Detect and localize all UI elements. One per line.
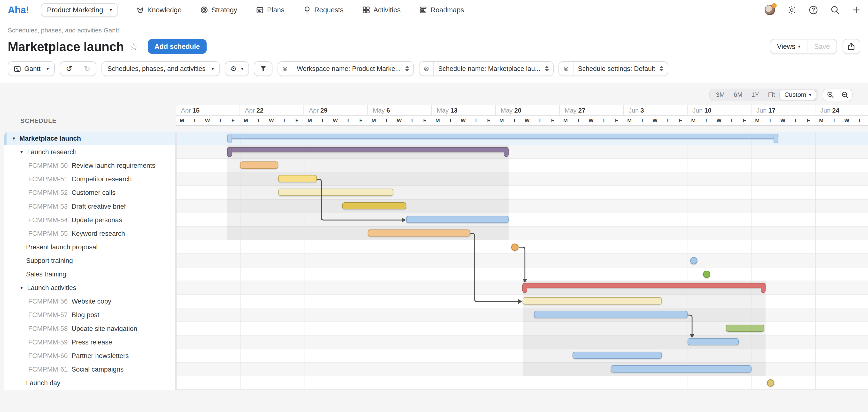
chevron-down-icon: ▾	[110, 7, 112, 12]
gantt-bar-FCMPMM-54[interactable]	[406, 216, 508, 223]
views-button[interactable]: Views▾	[770, 39, 807, 54]
gantt-bar-FCMPMM-52[interactable]	[278, 189, 393, 196]
expand-caret-icon[interactable]: ▾	[13, 136, 20, 141]
zoom-buttons	[823, 89, 852, 101]
expand-caret-icon[interactable]: ▾	[21, 149, 27, 155]
schedule-row-launch-research[interactable]: ▾Launch research	[4, 145, 175, 159]
record-label: Press release	[71, 339, 112, 346]
add-icon[interactable]	[852, 6, 860, 14]
schedule-row-sales-training[interactable]: Sales training	[4, 267, 175, 281]
view-type-button[interactable]: Gantt▾	[8, 61, 55, 76]
day-letter: T	[789, 116, 802, 124]
zoom-custom-dropdown[interactable]: Custom▾	[779, 90, 816, 100]
record-id: FCMPMM-54	[28, 216, 68, 224]
schedule-row-launch-day[interactable]: Launch day	[4, 376, 175, 390]
favorite-star-icon[interactable]: ☆	[129, 41, 138, 52]
zoom-fit-button[interactable]: Fit	[764, 91, 780, 98]
week-gridline	[432, 132, 432, 390]
nav-item-strategy[interactable]: Strategy	[200, 6, 237, 14]
milestone-sales-training[interactable]	[703, 271, 710, 278]
day-letter: M	[495, 116, 508, 124]
gantt-grid	[176, 132, 868, 390]
gantt-bar-FCMPMM-61[interactable]	[611, 365, 751, 373]
day-letter: M	[751, 116, 764, 124]
workspace-switcher[interactable]: Product Marketing ▾	[41, 3, 118, 17]
zoom-3m-button[interactable]: 3M	[712, 91, 729, 98]
gantt-bar-FCMPMM-51[interactable]	[278, 175, 316, 182]
schedule-row-FCMPMM-59[interactable]: FCMPMM-59Press release	[4, 336, 175, 349]
schedule-row-FCMPMM-52[interactable]: FCMPMM-52Customer calls	[4, 186, 175, 199]
day-letter: F	[802, 116, 815, 124]
schedule-row-FCMPMM-53[interactable]: FCMPMM-53Draft creative brief	[4, 200, 175, 213]
zoom-6m-button[interactable]: 6M	[729, 91, 747, 98]
record-label: Customer calls	[71, 189, 115, 196]
filter-button[interactable]	[254, 61, 273, 76]
timeline-zoom-controls: 3M 6M 1Y Fit Custom▾	[709, 89, 852, 101]
day-letter: T	[828, 116, 840, 124]
schedule-row-FCMPMM-60[interactable]: FCMPMM-60Partner newsletters	[4, 349, 175, 362]
gantt-bar-FCMPMM-53[interactable]	[342, 202, 406, 210]
milestone-launch-day[interactable]	[767, 379, 774, 387]
day-letter: T	[278, 116, 290, 124]
help-icon[interactable]	[809, 5, 818, 15]
lightbulb-icon	[303, 6, 311, 14]
nav-item-activities[interactable]: Activities	[362, 6, 401, 14]
record-id: FCMPMM-59	[28, 339, 68, 346]
gantt-bar-FCMPMM-60[interactable]	[572, 352, 662, 359]
schedule-row-FCMPMM-57[interactable]: FCMPMM-57Blog post	[4, 308, 175, 322]
settings-dropdown[interactable]: ⚙▾	[225, 61, 249, 76]
schedule-row-FCMPMM-61[interactable]: FCMPMM-61Social campaigns	[4, 362, 175, 376]
zoom-1y-button[interactable]: 1Y	[747, 91, 764, 98]
nav-item-plans[interactable]: Plans	[256, 6, 284, 14]
gantt-bar-launch-research[interactable]	[227, 147, 508, 152]
remove-filter-icon[interactable]: ⊗	[278, 62, 292, 76]
gantt-bar-FCMPMM-59[interactable]	[688, 338, 739, 345]
gantt-bar-FCMPMM-58[interactable]	[726, 325, 764, 332]
record-id: FCMPMM-57	[28, 311, 68, 319]
schedule-row-launch-activities[interactable]: ▾Launch activities	[4, 281, 175, 294]
day-letter: T	[444, 116, 457, 124]
gantt-bar-FCMPMM-57[interactable]	[534, 311, 688, 318]
schedule-row-present-launch-proposal[interactable]: Present launch proposal	[4, 241, 175, 254]
share-button[interactable]	[843, 39, 860, 54]
search-icon[interactable]	[831, 5, 840, 15]
aha-logo[interactable]: Aha!	[8, 4, 29, 16]
nav-item-requests[interactable]: Requests	[303, 6, 343, 14]
remove-filter-icon[interactable]: ⊗	[559, 62, 573, 76]
schedule-row-FCMPMM-51[interactable]: FCMPMM-51Competitor research	[4, 172, 175, 186]
milestone-support-training[interactable]	[690, 257, 698, 264]
record-scope-dropdown[interactable]: Schedules, phases, and activities▾	[101, 61, 220, 76]
day-letter: T	[214, 116, 227, 124]
add-schedule-button[interactable]: Add schedule	[148, 39, 206, 54]
schedule-row-FCMPMM-50[interactable]: FCMPMM-50Review launch requirements	[4, 159, 175, 172]
schedule-row-support-training[interactable]: Support training	[4, 254, 175, 267]
schedule-row-marketplace-launch[interactable]: ▾Marketplace launch	[4, 132, 175, 145]
expand-caret-icon[interactable]: ▾	[21, 285, 27, 290]
avatar[interactable]	[765, 5, 775, 15]
day-letter: M	[431, 116, 444, 124]
undo-button[interactable]: ↺	[60, 62, 78, 76]
nav-item-knowledge[interactable]: Knowledge	[136, 6, 182, 14]
schedule-tree: ▾Marketplace launch▾Launch researchFCMPM…	[4, 132, 175, 390]
remove-filter-icon[interactable]: ⊗	[420, 62, 434, 76]
nav-item-roadmaps[interactable]: Roadmaps	[420, 6, 464, 14]
zoom-out-button[interactable]	[838, 89, 852, 101]
schedule-row-FCMPMM-56[interactable]: FCMPMM-56Website copy	[4, 294, 175, 308]
save-button[interactable]: Save	[807, 39, 837, 54]
gantt-bar-FCMPMM-55[interactable]	[368, 229, 470, 237]
schedule-row-FCMPMM-55[interactable]: FCMPMM-55Keyword research	[4, 227, 175, 241]
week-gridline	[304, 132, 304, 390]
week-label: Apr22	[240, 105, 304, 116]
schedule-row-FCMPMM-58[interactable]: FCMPMM-58Update site navigation	[4, 322, 175, 336]
milestone-present-launch-proposal[interactable]	[511, 244, 519, 251]
gantt-bar-FCMPMM-56[interactable]	[523, 297, 662, 305]
gantt-bar-FCMPMM-50[interactable]	[240, 161, 278, 169]
redo-button[interactable]: ↻	[78, 62, 96, 76]
zoom-in-button[interactable]	[823, 89, 837, 101]
gear-icon[interactable]	[787, 5, 797, 15]
gantt-bar-launch-activities[interactable]	[523, 283, 766, 288]
schedule-row-FCMPMM-54[interactable]: FCMPMM-54Update personas	[4, 213, 175, 227]
gantt-bar-marketplace-launch[interactable]	[227, 134, 778, 139]
gantt-main: 3M 6M 1Y Fit Custom▾ SCHEDULE Apr15Apr22…	[0, 84, 868, 412]
week-gridline	[560, 132, 560, 390]
